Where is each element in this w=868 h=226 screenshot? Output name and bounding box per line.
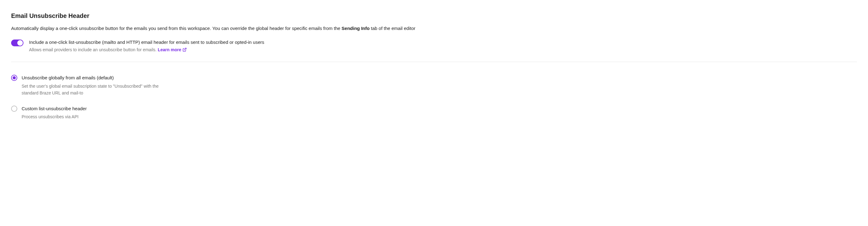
include-unsubscribe-toggle[interactable] (11, 39, 24, 46)
learn-more-text: Learn more (158, 46, 181, 53)
description-pre: Automatically display a one-click unsubs… (11, 26, 342, 31)
radio-sublabel-global: Set the user's global email subscription… (22, 83, 176, 97)
radio-label-global: Unsubscribe globally from all emails (de… (22, 74, 176, 82)
learn-more-link[interactable]: Learn more (158, 46, 187, 53)
unsubscribe-type-radio-group: Unsubscribe globally from all emails (de… (11, 74, 857, 120)
section-divider (11, 62, 857, 62)
radio-label-custom: Custom list-unsubscribe header (22, 105, 87, 112)
radio-sublabel-custom: Process unsubscribes via API (22, 113, 87, 120)
include-unsubscribe-toggle-row: Include a one-click list-unsubscribe (ma… (11, 39, 857, 54)
radio-row-custom: Custom list-unsubscribe header Process u… (11, 105, 857, 121)
svg-line-0 (184, 48, 186, 50)
section-title: Email Unsubscribe Header (11, 12, 857, 20)
radio-row-global: Unsubscribe globally from all emails (de… (11, 74, 857, 96)
radio-global[interactable] (11, 75, 17, 81)
toggle-content: Include a one-click list-unsubscribe (ma… (29, 39, 264, 54)
toggle-knob (17, 40, 23, 46)
external-link-icon (182, 47, 187, 52)
description-post: tab of the email editor (370, 26, 415, 31)
radio-custom[interactable] (11, 106, 17, 112)
toggle-label: Include a one-click list-unsubscribe (ma… (29, 39, 264, 46)
toggle-sublabel: Allows email providers to include an uns… (29, 46, 264, 53)
radio-content-global: Unsubscribe globally from all emails (de… (22, 74, 176, 96)
section-description: Automatically display a one-click unsubs… (11, 25, 857, 32)
radio-content-custom: Custom list-unsubscribe header Process u… (22, 105, 87, 121)
description-bold: Sending Info (342, 26, 370, 31)
toggle-sublabel-text: Allows email providers to include an uns… (29, 47, 158, 52)
